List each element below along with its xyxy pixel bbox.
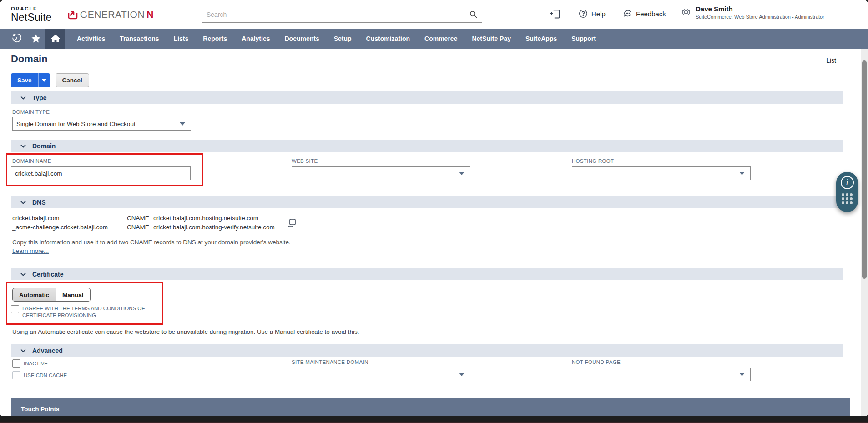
save-split-button: Save [11, 73, 50, 87]
star-icon [31, 34, 41, 44]
info-dialer-widget[interactable]: i [836, 172, 858, 212]
nav-item-reports[interactable]: Reports [196, 35, 234, 42]
section-header-certificate[interactable]: Certificate [11, 268, 843, 280]
history-icon [11, 34, 21, 44]
oracle-netsuite-logo[interactable]: ORACLE NetSuite [11, 6, 52, 23]
cancel-button[interactable]: Cancel [56, 73, 89, 87]
search-input[interactable] [202, 11, 469, 18]
page-content: Domain List Save Cancel Type DOMAIN TYPE… [0, 49, 861, 417]
touch-points-bar: Touch Points [11, 398, 850, 417]
nav-item-netsuite-pay[interactable]: NetSuite Pay [464, 35, 518, 42]
dns-help-text: Copy this information and use it to add … [11, 239, 843, 246]
chevron-down-icon [459, 172, 464, 175]
use-cdn-cache-label: USE CDN CACHE [24, 373, 67, 378]
nav-item-lists[interactable]: Lists [167, 35, 196, 42]
dns-record-value: cricket.balaji.com.hosting-verify.netsui… [153, 223, 275, 232]
domain-name-input[interactable]: cricket.balaji.com [11, 166, 191, 180]
annotation-highlight-certificate: Automatic Manual I AGREE WITH THE TERMS … [6, 282, 163, 325]
section-title: DNS [32, 199, 46, 206]
nav-item-analytics[interactable]: Analytics [234, 35, 277, 42]
section-header-domain[interactable]: Domain [11, 140, 843, 152]
agree-terms-checkbox[interactable] [11, 305, 19, 313]
home-button[interactable] [45, 29, 65, 49]
user-role: SuiteCommerce: Web Store Administration … [696, 14, 824, 20]
copy-icon [287, 218, 297, 228]
vertical-scrollbar[interactable] [861, 49, 868, 417]
feedback-button[interactable]: Feedback [623, 9, 666, 18]
generationn-logo: GENERATIONN [67, 9, 153, 20]
site-maintenance-domain-select[interactable] [292, 368, 470, 381]
chevron-down-icon [20, 272, 26, 276]
create-new-button[interactable] [548, 7, 563, 22]
nav-menu: Activities Transactions Lists Reports An… [70, 29, 603, 49]
learn-more-link[interactable]: Learn more... [12, 247, 49, 254]
web-site-label: WEB SITE [292, 158, 572, 164]
dns-record-type: CNAME [127, 223, 153, 232]
home-icon [50, 34, 61, 44]
taskbar-strip [0, 416, 868, 423]
nav-item-documents[interactable]: Documents [277, 35, 326, 42]
inactive-label: INACTIVE [24, 361, 48, 366]
save-menu-button[interactable] [38, 73, 50, 87]
top-bar: ORACLE NetSuite GENERATIONN [0, 0, 868, 29]
hosting-root-select[interactable] [572, 166, 751, 180]
chevron-down-icon [180, 122, 185, 126]
dialpad-icon[interactable] [842, 193, 853, 204]
agree-terms-label: I AGREE WITH THE TERMS AND CONDITIONS OF… [22, 305, 152, 319]
dns-records-table: cricket.balaji.com CNAME cricket.balaji.… [11, 214, 275, 232]
chevron-down-icon [20, 349, 26, 352]
nav-item-activities[interactable]: Activities [70, 35, 112, 42]
chevron-down-icon [739, 373, 745, 376]
brand-accent-letter: N [146, 9, 153, 20]
nav-item-customization[interactable]: Customization [359, 35, 417, 42]
web-site-select[interactable] [292, 166, 470, 180]
section-header-dns[interactable]: DNS [11, 196, 843, 208]
chevron-down-icon [20, 201, 26, 204]
domain-type-label: DOMAIN TYPE [12, 109, 843, 115]
browser-window: ORACLE NetSuite GENERATIONN [0, 0, 868, 417]
section-title: Domain [32, 142, 56, 150]
user-role-menu[interactable]: Dave Smith SuiteCommerce: Web Store Admi… [681, 5, 824, 20]
desktop-background: ORACLE NetSuite GENERATIONN [0, 0, 868, 423]
domain-type-value: Single Domain for Web Store and Checkout [16, 121, 136, 127]
chevron-down-icon [739, 172, 745, 175]
help-button[interactable]: Help [579, 9, 606, 18]
section-header-advanced[interactable]: Advanced [11, 344, 843, 357]
nav-item-commerce[interactable]: Commerce [417, 35, 464, 42]
use-cdn-cache-checkbox[interactable] [12, 371, 20, 379]
section-title: Certificate [32, 271, 63, 278]
copy-dns-records-button[interactable] [287, 218, 297, 228]
tab-automatic[interactable]: Automatic [12, 288, 56, 302]
hosting-root-label: HOSTING ROOT [572, 158, 843, 164]
nav-item-setup[interactable]: Setup [327, 35, 359, 42]
inactive-checkbox[interactable] [12, 359, 20, 368]
generationn-logo-icon [67, 9, 78, 20]
tab-touch-points[interactable]: Touch Points [21, 406, 60, 413]
page-title: Domain [11, 53, 843, 65]
recent-records-button[interactable] [6, 29, 26, 49]
not-found-page-select[interactable] [572, 368, 751, 381]
scrollbar-thumb[interactable] [862, 60, 867, 279]
chevron-down-icon [459, 373, 464, 376]
create-new-icon [550, 9, 561, 20]
feedback-icon [623, 9, 632, 18]
tab-manual[interactable]: Manual [56, 288, 91, 302]
certificate-mode-toggle: Automatic Manual [12, 288, 156, 302]
nav-item-suiteapps[interactable]: SuiteApps [518, 35, 564, 42]
shortcuts-button[interactable] [26, 29, 45, 49]
not-found-page-label: NOT-FOUND PAGE [572, 359, 843, 365]
search-icon[interactable] [469, 10, 478, 19]
list-link[interactable]: List [826, 57, 836, 64]
section-header-type[interactable]: Type [11, 91, 843, 104]
site-maintenance-domain-label: SITE MAINTENANCE DOMAIN [292, 359, 572, 365]
user-name: Dave Smith [696, 5, 824, 13]
certificate-note: Using an Automatic certificate can cause… [11, 328, 843, 335]
domain-name-label: DOMAIN NAME [12, 158, 185, 164]
domain-type-select[interactable]: Single Domain for Web Store and Checkout [12, 117, 191, 131]
save-button[interactable]: Save [11, 73, 38, 87]
main-navigation: Activities Transactions Lists Reports An… [0, 29, 868, 49]
section-title: Advanced [32, 347, 63, 354]
nav-item-support[interactable]: Support [564, 35, 603, 42]
nav-item-transactions[interactable]: Transactions [112, 35, 166, 42]
info-icon[interactable]: i [841, 176, 854, 189]
